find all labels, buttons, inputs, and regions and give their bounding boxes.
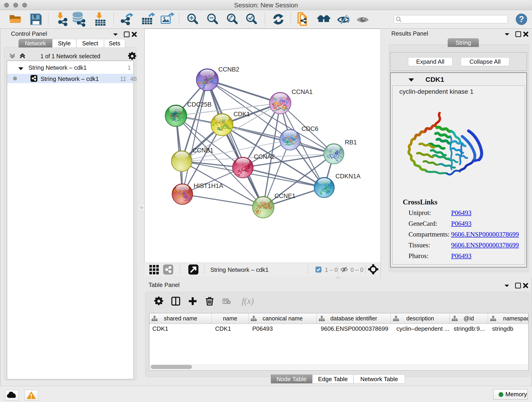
svg-text:RB1: RB1 — [345, 139, 357, 146]
svg-text:CDC6: CDC6 — [302, 125, 318, 132]
svg-text:CDKN1A: CDKN1A — [336, 173, 361, 180]
svg-text:CCNA1: CCNA1 — [292, 89, 313, 95]
svg-text:f(x): f(x) — [242, 296, 254, 306]
svg-text:CCNA2: CCNA2 — [254, 153, 275, 160]
svg-text:?: ? — [519, 14, 524, 24]
svg-text:CDK1: CDK1 — [234, 111, 250, 118]
svg-text:CCNB2: CCNB2 — [218, 66, 239, 73]
svg-text:CCNE1: CCNE1 — [274, 192, 296, 199]
svg-text:HIST1H1A: HIST1H1A — [194, 182, 223, 189]
svg-text:CDC25B: CDC25B — [187, 101, 212, 108]
svg-text:CCNB1: CCNB1 — [192, 147, 214, 154]
